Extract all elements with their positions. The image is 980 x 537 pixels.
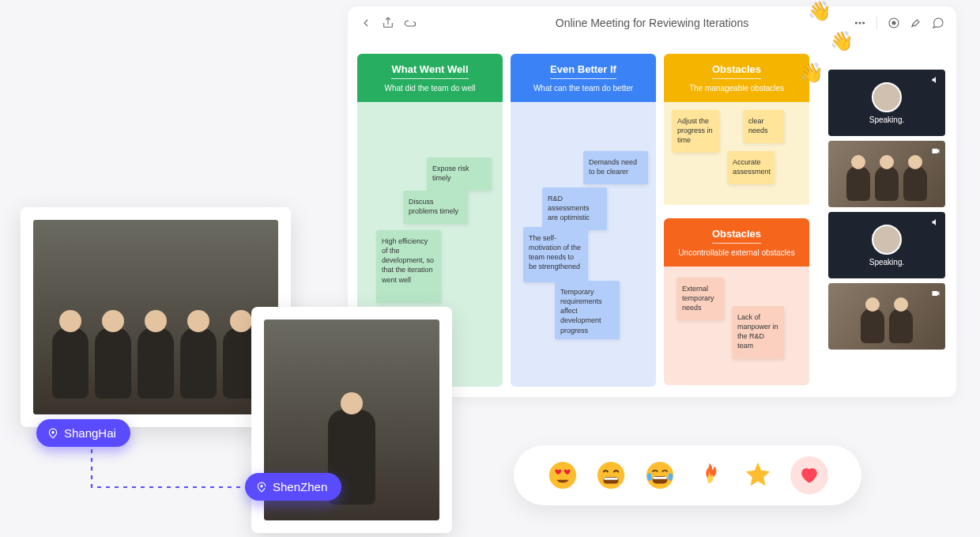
avatar [872, 82, 902, 112]
speaking-label: Speaking. [869, 258, 904, 267]
location-label: ShangHai [64, 426, 116, 440]
sticky-note[interactable]: Demands need to be clearer [583, 151, 648, 184]
column-body[interactable]: Demands need to be clearer R&D assessmen… [511, 102, 656, 387]
location-label: ShenZhen [273, 480, 327, 494]
location-tag-shenzhen[interactable]: ShenZhen [245, 473, 341, 501]
video-participants: Speaking. Speaking. [828, 70, 945, 350]
svg-point-15 [647, 473, 652, 481]
column-title: Obstacles [712, 228, 761, 244]
mic-icon [931, 74, 940, 88]
column-subtitle: What can the team do better [517, 84, 650, 93]
svg-point-2 [859, 22, 861, 24]
sticky-note[interactable]: Expose risk timely [427, 157, 492, 191]
sticky-note[interactable]: Adjust the progress in time [672, 110, 719, 153]
video-tile[interactable] [828, 283, 945, 350]
sticky-note[interactable]: Discuss problems timely [403, 191, 468, 224]
reaction-joy[interactable] [644, 459, 676, 491]
column-title: Obstacles [712, 63, 761, 79]
sticky-note[interactable]: High efficiency of the development, so t… [376, 230, 441, 303]
sticky-note[interactable]: clear needs [743, 110, 784, 143]
column-obstacles-manageable: Obstacles The manageable obstacles Adjus… [664, 54, 809, 205]
pin-icon [47, 428, 58, 439]
sticky-note[interactable]: R&D assessments are optimistic [542, 187, 607, 230]
effects-button[interactable] [909, 16, 923, 30]
pin-icon [256, 482, 267, 493]
sticky-note[interactable]: Lack of manpower in the R&D team [732, 306, 784, 359]
video-tile[interactable]: Speaking. [828, 70, 945, 136]
svg-point-5 [892, 21, 895, 25]
camera-icon [931, 287, 940, 301]
back-button[interactable] [359, 16, 373, 30]
divider [876, 17, 877, 29]
svg-point-7 [260, 485, 263, 488]
share-button[interactable] [381, 16, 395, 30]
more-button[interactable] [853, 16, 867, 30]
column-obstacles-external: Obstacles Uncontrollable external obstac… [664, 218, 809, 385]
team-photo [33, 220, 278, 414]
column-header: Even Better If What can the team do bett… [511, 54, 656, 102]
chat-button[interactable] [931, 16, 945, 30]
reaction-fire[interactable] [693, 459, 725, 491]
record-button[interactable] [887, 16, 901, 30]
svg-point-8 [549, 462, 576, 489]
column-title: Even Better If [550, 63, 616, 79]
participants-photo [828, 141, 945, 207]
sticky-note[interactable]: External temporary needs [677, 278, 724, 320]
sticky-note[interactable]: Accurate assessment [727, 151, 775, 184]
video-tile[interactable] [828, 141, 945, 207]
participants-photo [828, 283, 945, 350]
column-subtitle: The manageable obstacles [670, 84, 803, 93]
reaction-grin[interactable] [595, 459, 627, 491]
column-header: What Went Well What did the team do well [357, 54, 503, 102]
column-header: Obstacles The manageable obstacles [664, 54, 809, 102]
connector-line [90, 448, 267, 495]
video-tile[interactable]: Speaking. [828, 212, 945, 278]
column-body[interactable]: Adjust the progress in time clear needs … [664, 102, 809, 205]
sticky-note[interactable]: Temporary requirements affect developmen… [555, 281, 620, 339]
reaction-star[interactable] [742, 459, 774, 491]
cloud-sync-button[interactable] [403, 16, 417, 30]
reaction-heart-eyes[interactable] [547, 459, 579, 491]
camera-icon [931, 145, 940, 159]
avatar [872, 225, 902, 255]
reaction-heart[interactable] [790, 456, 828, 494]
column-subtitle: What did the team do well [364, 84, 496, 93]
speaking-label: Speaking. [869, 115, 904, 124]
svg-point-1 [855, 22, 857, 24]
column-header: Obstacles Uncontrollable external obstac… [664, 218, 809, 267]
svg-point-9 [597, 462, 624, 489]
column-body[interactable]: External temporary needs Lack of manpowe… [664, 267, 809, 385]
column-subtitle: Uncontrollable external obstacles [670, 248, 803, 257]
column-title: What Went Well [391, 63, 468, 79]
svg-point-3 [863, 22, 865, 24]
svg-rect-11 [605, 478, 618, 480]
svg-rect-14 [654, 477, 667, 479]
column-even-better-if: Even Better If What can the team do bett… [511, 54, 656, 387]
svg-point-6 [51, 431, 55, 434]
svg-point-16 [669, 473, 673, 481]
reaction-bar [514, 445, 861, 505]
mic-icon [931, 216, 940, 230]
sticky-note[interactable]: The self-motivation of the team needs to… [523, 227, 588, 282]
location-card-shanghai [21, 207, 291, 427]
toolbar: Online Meeting for Reviewing Iterations [348, 6, 956, 40]
location-tag-shanghai[interactable]: ShangHai [36, 419, 130, 447]
